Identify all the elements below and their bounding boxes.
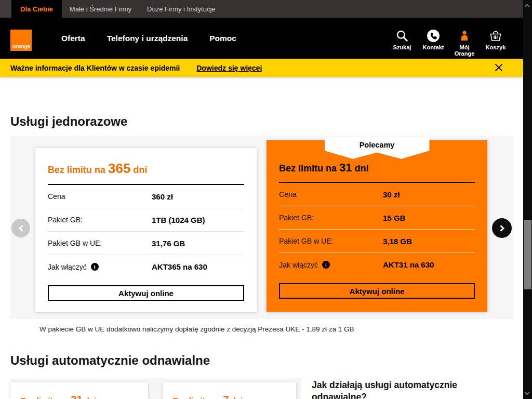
row-pakiet-gb: Pakiet GB: 1TB (1024 GB) <box>48 208 244 232</box>
renewable-card-31-dni: Bez limitu na31dni <box>10 382 148 399</box>
row-value: 1TB (1024 GB) <box>152 216 244 224</box>
topbar-item-duze-firmy[interactable]: Duże Firmy i Instytucje <box>139 0 223 18</box>
recommended-badge: Polecamy <box>325 137 430 159</box>
top-utility-bar: Dla Ciebie Małe i Średnie Firmy Duże Fir… <box>0 0 523 18</box>
search-button[interactable]: Szukaj <box>387 18 418 59</box>
nav-link-telefony[interactable]: Telefony i urządzenia <box>107 34 188 43</box>
row-label: Cena <box>48 192 152 201</box>
row-value: 31,76 GB <box>152 239 244 248</box>
renewable-card-title: Bez limitu na31dni <box>21 394 138 399</box>
row-value: 15 GB <box>383 214 475 222</box>
row-label: Pakiet GB w UE: <box>279 237 383 245</box>
nav-link-pomoc[interactable]: Pomoc <box>209 34 236 43</box>
activate-online-button[interactable]: Aktywuj online <box>48 285 244 301</box>
title-number: 31 <box>339 161 352 174</box>
orange-logo[interactable]: orange <box>10 30 32 51</box>
title-suffix: dni <box>85 396 97 399</box>
info-icon[interactable]: i <box>91 263 99 271</box>
offer-card-title: Bez limitu na31dni <box>279 161 475 175</box>
title-prefix: Bez limitu na <box>173 396 221 399</box>
row-label: Pakiet GB: <box>279 214 383 222</box>
row-label: Cena <box>279 190 383 198</box>
search-icon <box>395 29 409 43</box>
topbar-item-dla-ciebie[interactable]: Dla Ciebie <box>11 0 62 18</box>
row-jak-wlaczyc: Jak włączyći AKT31 na 630 <box>279 253 475 276</box>
page-scrollbar <box>523 0 532 399</box>
renewable-question-heading: Jak działają usługi automatycznie odnawi… <box>312 379 491 399</box>
row-cena: Cena 30 zł <box>279 183 475 206</box>
banner-learn-more-link[interactable]: Dowiedz się więcej <box>196 64 262 72</box>
offer-card-365-dni: Bez limitu na365dni Cena 360 zł Pakiet G… <box>35 148 257 312</box>
row-value: AKT365 na 630 <box>152 262 244 271</box>
banner-message: Ważne informacje dla Klientów w czasie e… <box>10 64 180 72</box>
row-label: Pakiet GB: <box>48 216 152 224</box>
title-number: 7 <box>223 394 229 399</box>
row-label: Jak włączyći <box>279 261 383 269</box>
basket-icon <box>488 29 503 43</box>
contact-button[interactable]: Kontakt <box>418 18 449 59</box>
my-orange-button[interactable]: Mój Orange <box>449 18 480 59</box>
chevron-right-icon <box>498 225 504 232</box>
scrollbar-up-icon[interactable] <box>525 4 530 9</box>
main-navigation: orange Oferta Telefony i urządzenia Pomo… <box>0 18 523 59</box>
eu-surcharge-footnote: W pakiecie GB w UE dodatkowo naliczymy d… <box>39 325 354 333</box>
search-label: Szukaj <box>390 44 414 50</box>
my-orange-label: Mój Orange <box>453 44 476 57</box>
nav-actions: Szukaj Kontakt Mój Orange Koszyk <box>387 18 511 59</box>
offer-card-31-dni: Polecamy Bez limitu na31dni Cena 30 zł P… <box>267 140 487 312</box>
title-prefix: Bez limitu na <box>48 165 105 175</box>
page: Dla Ciebie Małe i Średnie Firmy Duże Fir… <box>0 0 532 399</box>
renewable-card-title: Bez limitu na7dni <box>173 394 286 399</box>
topbar-item-male-srednie-firmy[interactable]: Małe i Średnie Firmy <box>62 0 139 18</box>
carousel-prev-button[interactable] <box>11 219 30 237</box>
row-label-text: Jak włączyć <box>48 263 87 271</box>
contact-label: Kontakt <box>421 44 445 50</box>
recommended-badge-label: Polecamy <box>360 141 395 159</box>
nav-link-oferta[interactable]: Oferta <box>61 34 85 43</box>
row-value: 360 zł <box>152 192 244 201</box>
section-title-renewable: Usługi automatycznie odnawialne <box>10 353 210 368</box>
title-number: 31 <box>71 394 83 399</box>
title-suffix: dni <box>231 396 243 399</box>
row-value: 30 zł <box>383 190 475 199</box>
row-value: AKT31 na 630 <box>383 260 475 269</box>
scrollbar-thumb[interactable] <box>524 220 531 289</box>
cart-button[interactable]: Koszyk <box>480 18 511 59</box>
title-prefix: Bez limitu na <box>279 163 337 174</box>
row-jak-wlaczyc: Jak włączyći AKT365 na 630 <box>48 255 244 278</box>
orange-logo-text: orange <box>12 44 31 49</box>
activate-online-button[interactable]: Aktywuj online <box>279 283 475 299</box>
banner-close-icon[interactable] <box>494 63 503 72</box>
section-title-one-time: Usługi jednorazowe <box>10 114 127 129</box>
chevron-left-icon <box>19 225 25 232</box>
nav-links: Oferta Telefony i urządzenia Pomoc <box>61 18 236 59</box>
row-label: Pakiet GB w UE: <box>48 239 152 247</box>
row-pakiet-gb-ue: Pakiet GB w UE: 31,76 GB <box>48 232 244 255</box>
offer-card-title: Bez limitu na365dni <box>48 161 244 177</box>
topbar-spacer <box>0 0 11 18</box>
title-suffix: dni <box>133 165 147 175</box>
renewable-card-7-dni: Bez limitu na7dni <box>163 382 296 399</box>
scrollbar-down-icon[interactable] <box>525 390 530 395</box>
row-cena: Cena 360 zł <box>48 185 244 208</box>
info-icon[interactable]: i <box>322 261 330 269</box>
phone-icon <box>427 29 440 43</box>
row-label: Jak włączyći <box>48 263 152 271</box>
row-label-text: Jak włączyć <box>279 261 318 269</box>
title-suffix: dni <box>355 163 369 174</box>
info-banner: Ważne informacje dla Klientów w czasie e… <box>0 59 523 77</box>
title-number: 365 <box>108 161 130 176</box>
carousel-next-button[interactable] <box>492 218 512 238</box>
person-icon <box>458 29 471 43</box>
row-pakiet-gb-ue: Pakiet GB w UE: 3,18 GB <box>279 230 475 253</box>
cart-label: Koszyk <box>484 44 508 50</box>
row-pakiet-gb: Pakiet GB: 15 GB <box>279 206 475 230</box>
row-value: 3,18 GB <box>383 237 475 246</box>
title-prefix: Bez limitu na <box>21 396 69 399</box>
